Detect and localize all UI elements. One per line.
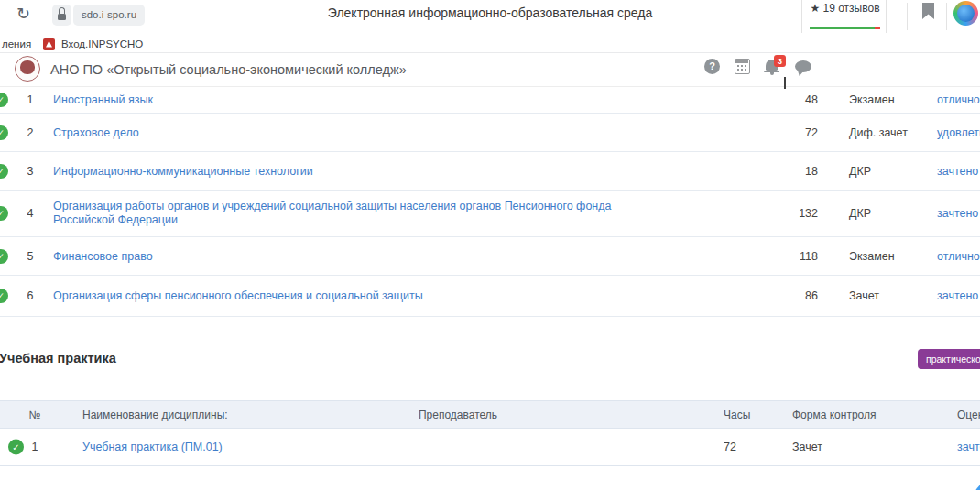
grade-link[interactable]: зачтено (957, 441, 980, 453)
bell-icon-clapper (770, 72, 774, 75)
discipline-link[interactable]: Иностранный язык (53, 93, 656, 107)
grade-link[interactable]: удовлетворительно (937, 126, 980, 139)
grade-link[interactable]: отлично (937, 250, 980, 263)
control-form-cell: ДКР (849, 165, 871, 178)
row-number: 1 (27, 441, 42, 453)
row-number: 2 (22, 126, 38, 139)
column-header-grade: Оценка (957, 408, 980, 421)
column-header-hours: Часы (724, 408, 750, 421)
calendar-icon-top (735, 60, 748, 63)
college-logo[interactable] (15, 56, 40, 82)
calendar-icon[interactable] (735, 59, 750, 74)
lock-shackle (59, 7, 65, 14)
table-row: ✓ 5 Финансовое право 118 Экзамен отлично (0, 237, 980, 276)
status-check-icon: ✓ (8, 440, 24, 455)
column-header-num: № (27, 408, 42, 421)
reviews-label: ★ 19 отзывов (802, 2, 887, 15)
discipline-link[interactable]: Организация сферы пенсионного обеспечени… (53, 289, 656, 303)
grade-link[interactable]: зачтено (937, 207, 978, 220)
control-form-cell: Экзамен (849, 250, 895, 263)
control-form-cell: ДКР (849, 207, 871, 220)
control-form-cell: Диф. зачет (849, 126, 908, 139)
lock-body (58, 14, 66, 20)
row-number: 4 (22, 207, 38, 220)
discipline-link[interactable]: Учебная практика (ПМ.01) (82, 441, 223, 453)
reviews-rating-bar-red (875, 27, 880, 29)
reviews-button[interactable]: ★ 19 отзывов (801, 0, 887, 33)
status-check-icon: ✓ (0, 125, 8, 140)
bookmark-item-partial[interactable]: ления (2, 38, 31, 49)
control-form-cell: Экзамен (849, 93, 895, 106)
hours-cell: 18 (774, 165, 818, 178)
column-header-teacher: Преподаватель (394, 408, 522, 421)
discipline-link[interactable]: Организация работы органов и учреждений … (53, 200, 656, 227)
grade-link[interactable]: зачтено (937, 165, 978, 178)
bookmark-favicon (43, 38, 55, 50)
profile-avatar-inner (957, 5, 975, 22)
chat-icon-tail (798, 71, 804, 76)
practice-table-header: № Наименование дисциплины: Преподаватель… (0, 400, 980, 429)
practice-type-badge: практическое (918, 349, 980, 369)
row-number: 5 (22, 250, 38, 263)
hours-cell: 48 (774, 93, 818, 106)
row-number: 6 (22, 289, 38, 302)
section-title-practice: Учебная практика (0, 351, 116, 365)
reviews-rating-bar-green (810, 27, 875, 29)
address-bar[interactable]: sdo.i-spo.ru (73, 5, 145, 26)
column-header-name: Наименование дисциплины: (82, 408, 228, 421)
site-header: АНО ПО «Открытый социально-экономический… (0, 53, 980, 87)
college-name: АНО ПО «Открытый социально-экономический… (50, 62, 407, 77)
row-number: 3 (22, 165, 38, 178)
status-check-icon: ✓ (0, 164, 8, 179)
bookmarks-bar: ления Вход.INPSYCHO (0, 38, 980, 53)
row-number: 1 (22, 93, 38, 106)
discipline-link[interactable]: Информационно-коммуникационные технологи… (53, 164, 656, 178)
control-form-cell: Зачет (849, 289, 879, 302)
help-icon[interactable]: ? (704, 59, 720, 74)
hours-cell: 132 (774, 207, 818, 220)
page-title: Электронная информационно-образовательна… (261, 5, 719, 20)
college-logo-emblem (20, 60, 35, 74)
bookmark-icon[interactable] (922, 3, 934, 19)
calendar-icon-grid (736, 64, 747, 71)
hours-cell: 72 (724, 441, 736, 453)
bookmark-favicon-glyph (46, 41, 52, 48)
toolbar-separator (907, 3, 908, 30)
status-check-icon: ✓ (0, 93, 8, 107)
table-row: ✓ 6 Организация сферы пенсионного обеспе… (0, 276, 980, 317)
toolbar-separator (946, 3, 947, 30)
grade-link[interactable]: отлично (937, 93, 980, 106)
hours-cell: 72 (774, 126, 818, 139)
table-row: ✓ 1 Иностранный язык 48 Экзамен отлично (0, 87, 980, 114)
profile-avatar[interactable] (953, 1, 978, 26)
hours-cell: 86 (774, 289, 818, 302)
hours-cell: 118 (774, 250, 818, 263)
table-row: ✓ 4 Организация работы органов и учрежде… (0, 191, 980, 237)
table-row: ✓ 1 Учебная практика (ПМ.01) 72 Зачет за… (0, 429, 980, 466)
status-check-icon: ✓ (0, 249, 8, 264)
bookmark-item-vhod-inpsycho[interactable]: Вход.INPSYCHO (61, 38, 143, 49)
lock-icon[interactable] (52, 5, 71, 26)
notification-badge: 3 (774, 55, 786, 67)
table-row: ✓ 3 Информационно-коммуникационные техно… (0, 152, 980, 191)
status-check-icon: ✓ (0, 289, 8, 303)
column-header-control: Форма контроля (792, 408, 877, 421)
refresh-icon[interactable]: ↻ (16, 4, 30, 24)
discipline-link[interactable]: Финансовое право (53, 249, 656, 263)
status-check-icon: ✓ (0, 206, 8, 221)
discipline-link[interactable]: Страховое дело (53, 125, 656, 139)
control-form-cell: Зачет (792, 441, 822, 453)
grade-link[interactable]: зачтено (937, 289, 978, 302)
browser-toolbar: ↻ sdo.i-spo.ru Электронная информационно… (0, 0, 980, 38)
table-row: ✓ 2 Страховое дело 72 Диф. зачет удовлет… (0, 114, 980, 152)
chat-widget-button[interactable] (973, 480, 980, 490)
